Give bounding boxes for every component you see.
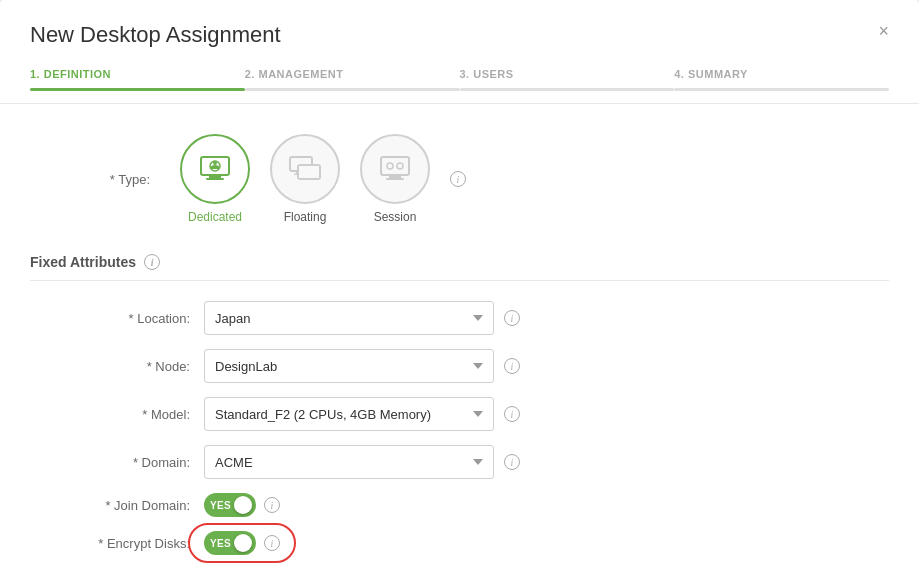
location-select[interactable]: Japan US-East US-West Europe: [204, 301, 494, 335]
step-users[interactable]: 3. USERS: [460, 68, 675, 103]
dialog-title: New Desktop Assignment: [30, 22, 281, 48]
model-info-icon[interactable]: i: [504, 406, 520, 422]
location-info-icon[interactable]: i: [504, 310, 520, 326]
join-domain-row: * Join Domain: YES i: [30, 493, 889, 517]
svg-point-14: [397, 163, 403, 169]
encrypt-disks-slider: YES: [204, 531, 256, 555]
type-icon-dedicated: [180, 134, 250, 204]
new-desktop-assignment-dialog: New Desktop Assignment × 1. DEFINITION 2…: [0, 0, 919, 579]
fixed-attributes-info-icon[interactable]: i: [144, 254, 160, 270]
node-label: * Node:: [70, 359, 190, 374]
fixed-attributes-section-title: Fixed Attributes i: [30, 254, 889, 281]
join-domain-knob: [234, 496, 252, 514]
join-domain-label: * Join Domain:: [70, 498, 190, 513]
encrypt-disks-info-icon[interactable]: i: [264, 535, 280, 551]
svg-rect-10: [381, 157, 409, 175]
type-option-floating[interactable]: Floating: [270, 134, 340, 224]
dialog-content: * Type: Dedicated: [0, 104, 919, 579]
domain-select[interactable]: ACME CORP LOCAL: [204, 445, 494, 479]
join-domain-slider: YES: [204, 493, 256, 517]
domain-info-icon[interactable]: i: [504, 454, 520, 470]
domain-label: * Domain:: [70, 455, 190, 470]
step-definition[interactable]: 1. DEFINITION: [30, 68, 245, 103]
step-line-definition: [30, 88, 245, 91]
encrypt-disks-highlight-wrapper: YES i: [204, 531, 280, 555]
svg-rect-8: [298, 165, 320, 179]
type-option-session-label: Session: [374, 210, 417, 224]
encrypt-disks-knob: [234, 534, 252, 552]
type-options: Dedicated Floating: [180, 134, 466, 224]
dialog-header: New Desktop Assignment ×: [0, 0, 919, 48]
model-select[interactable]: Standard_F2 (2 CPUs, 4GB Memory) Standar…: [204, 397, 494, 431]
svg-rect-12: [386, 178, 404, 180]
type-option-session[interactable]: Session: [360, 134, 430, 224]
type-icon-session: [360, 134, 430, 204]
join-domain-info-icon[interactable]: i: [264, 497, 280, 513]
node-select[interactable]: DesignLab NodeA NodeB: [204, 349, 494, 383]
location-row: * Location: Japan US-East US-West Europe…: [30, 301, 889, 335]
session-svg-icon: [377, 151, 413, 187]
step-line-users: [460, 88, 675, 91]
encrypt-disks-toggle[interactable]: YES: [204, 531, 256, 555]
step-summary[interactable]: 4. SUMMARY: [674, 68, 889, 103]
svg-rect-1: [209, 175, 221, 178]
step-line-summary: [674, 88, 889, 91]
close-button[interactable]: ×: [878, 22, 889, 40]
join-domain-toggle[interactable]: YES: [204, 493, 256, 517]
domain-row: * Domain: ACME CORP LOCAL i: [30, 445, 889, 479]
type-option-floating-label: Floating: [284, 210, 327, 224]
type-row: * Type: Dedicated: [30, 134, 889, 224]
encrypt-disks-toggle-container: YES i: [204, 531, 280, 555]
encrypt-disks-yes-label: YES: [210, 538, 231, 549]
svg-point-4: [213, 161, 217, 165]
location-label: * Location:: [70, 311, 190, 326]
step-line-management: [245, 88, 460, 91]
steps-bar: 1. DEFINITION 2. MANAGEMENT 3. USERS 4. …: [0, 48, 919, 104]
type-info-icon[interactable]: i: [450, 171, 466, 187]
svg-rect-2: [206, 178, 224, 180]
step-management[interactable]: 2. MANAGEMENT: [245, 68, 460, 103]
type-option-dedicated[interactable]: Dedicated: [180, 134, 250, 224]
encrypt-disks-row: * Encrypt Disks: YES i: [30, 531, 889, 555]
node-info-icon[interactable]: i: [504, 358, 520, 374]
type-field-label: * Type:: [70, 172, 150, 187]
model-row: * Model: Standard_F2 (2 CPUs, 4GB Memory…: [30, 397, 889, 431]
svg-point-13: [387, 163, 393, 169]
join-domain-yes-label: YES: [210, 500, 231, 511]
model-label: * Model:: [70, 407, 190, 422]
encrypt-disks-label: * Encrypt Disks:: [70, 536, 190, 551]
node-row: * Node: DesignLab NodeA NodeB i: [30, 349, 889, 383]
floating-svg-icon: [287, 151, 323, 187]
type-option-dedicated-label: Dedicated: [188, 210, 242, 224]
type-icon-floating: [270, 134, 340, 204]
join-domain-toggle-container: YES i: [204, 493, 280, 517]
dedicated-svg-icon: [197, 151, 233, 187]
svg-rect-11: [389, 175, 401, 178]
